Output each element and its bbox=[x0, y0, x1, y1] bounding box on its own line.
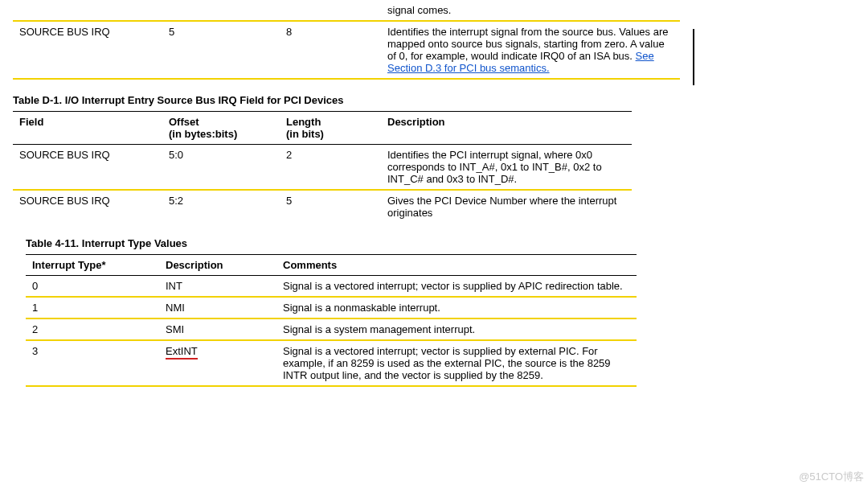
table-row: SOURCE BUS IRQ 5:2 5 Gives the PCI Devic… bbox=[13, 190, 632, 223]
d1-r0-offset: 5:0 bbox=[162, 145, 280, 191]
table-d1: Field Offset (in bytes:bits) Length (in … bbox=[13, 111, 632, 223]
t411-r0-b: INT bbox=[159, 276, 276, 298]
table-row: 3 ExtINT Signal is a vectored interrupt;… bbox=[26, 340, 637, 386]
table-411: Interrupt Type* Description Comments 0 I… bbox=[26, 254, 637, 387]
t411-r2-b: SMI bbox=[159, 318, 276, 340]
d1-r0-length: 2 bbox=[280, 145, 381, 191]
frag-desc: Identifies the interrupt signal from the… bbox=[381, 21, 680, 79]
table-d1-caption: Table D-1. I/O Interrupt Entry Source Bu… bbox=[13, 94, 855, 106]
table-411-caption: Table 4-11. Interrupt Type Values bbox=[26, 237, 855, 249]
t411-r1-b: NMI bbox=[159, 297, 276, 318]
extint-highlight: ExtINT bbox=[166, 345, 198, 360]
table-row: 0 INT Signal is a vectored interrupt; ve… bbox=[26, 276, 637, 298]
text-cursor-mark bbox=[693, 29, 694, 85]
t411-r2-c: Signal is a system management interrupt. bbox=[276, 318, 637, 340]
d1-r1-offset: 5:2 bbox=[162, 190, 280, 223]
frag-desc-text: Identifies the interrupt signal from the… bbox=[387, 26, 669, 62]
t411-r3-b: ExtINT bbox=[159, 340, 276, 386]
t411-r3-a: 3 bbox=[26, 340, 159, 386]
top-fragment-table: signal comes. SOURCE BUS IRQ 5 8 Identif… bbox=[13, 0, 680, 80]
d1-hdr-desc: Description bbox=[381, 112, 632, 145]
frag-cutoff-cell bbox=[13, 0, 162, 21]
d1-r0-desc: Identifies the PCI interrupt signal, whe… bbox=[381, 145, 632, 191]
t411-r2-a: 2 bbox=[26, 318, 159, 340]
frag-offset: 5 bbox=[162, 21, 280, 79]
d1-hdr-offset: Offset (in bytes:bits) bbox=[162, 112, 280, 145]
d1-hdr-field: Field bbox=[13, 112, 162, 145]
table-d1-section: Table D-1. I/O Interrupt Entry Source Bu… bbox=[13, 94, 855, 223]
table-row: 2 SMI Signal is a system management inte… bbox=[26, 318, 637, 340]
t411-hdr-type: Interrupt Type* bbox=[26, 255, 159, 276]
t411-hdr-desc: Description bbox=[159, 255, 276, 276]
t411-r1-a: 1 bbox=[26, 297, 159, 318]
top-fragment: signal comes. SOURCE BUS IRQ 5 8 Identif… bbox=[13, 0, 855, 80]
frag-cutoff-desc: signal comes. bbox=[381, 0, 680, 21]
d1-r0-field: SOURCE BUS IRQ bbox=[13, 145, 162, 191]
t411-r3-c: Signal is a vectored interrupt; vector i… bbox=[276, 340, 637, 386]
d1-r1-field: SOURCE BUS IRQ bbox=[13, 190, 162, 223]
table-row: 1 NMI Signal is a nonmaskable interrupt. bbox=[26, 297, 637, 318]
d1-hdr-length: Length (in bits) bbox=[280, 112, 381, 145]
t411-r1-c: Signal is a nonmaskable interrupt. bbox=[276, 297, 637, 318]
t411-r0-c: Signal is a vectored interrupt; vector i… bbox=[276, 276, 637, 298]
table-411-section: Table 4-11. Interrupt Type Values Interr… bbox=[13, 237, 855, 387]
d1-r1-length: 5 bbox=[280, 190, 381, 223]
t411-r0-a: 0 bbox=[26, 276, 159, 298]
frag-field: SOURCE BUS IRQ bbox=[13, 21, 162, 79]
table-row: SOURCE BUS IRQ 5:0 2 Identifies the PCI … bbox=[13, 145, 632, 191]
d1-r1-desc: Gives the PCI Device Number where the in… bbox=[381, 190, 632, 223]
frag-length: 8 bbox=[280, 21, 381, 79]
t411-hdr-comm: Comments bbox=[276, 255, 637, 276]
